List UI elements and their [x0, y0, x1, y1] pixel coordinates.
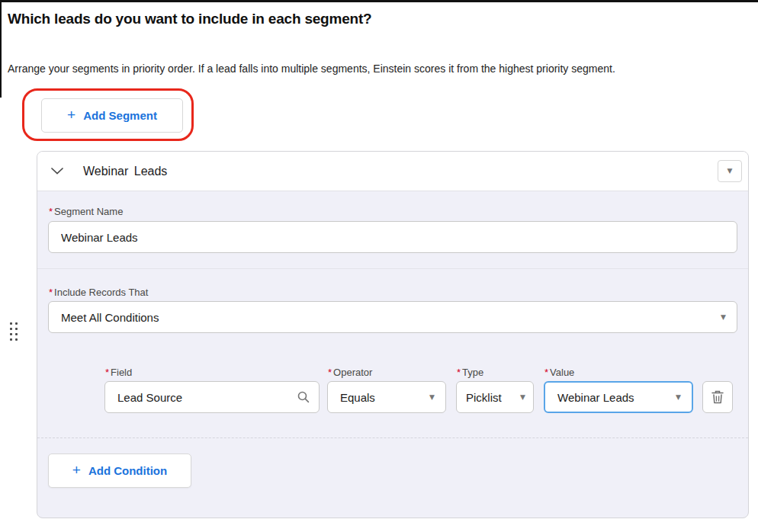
add-segment-button[interactable]: + Add Segment	[41, 98, 183, 133]
plus-icon: +	[72, 463, 81, 477]
trash-icon	[711, 390, 724, 404]
condition-operator-label: *Operator	[328, 367, 372, 378]
condition-divider	[37, 437, 748, 438]
condition-type-value: Picklist	[466, 391, 502, 404]
segment-name-label: *Segment Name	[49, 206, 123, 217]
include-records-label: *Include Records That	[49, 287, 148, 298]
page-subtitle: Arrange your segments in priority order.…	[8, 62, 615, 75]
required-marker: *	[544, 367, 548, 378]
frame-border-top	[0, 0, 758, 2]
include-records-select[interactable]: Meet All Conditions ▼	[48, 301, 737, 333]
chevron-down-icon[interactable]	[51, 168, 63, 175]
required-marker: *	[49, 206, 53, 217]
add-segment-label: Add Segment	[83, 109, 157, 122]
page-title: Which leads do you want to include in ea…	[8, 11, 372, 27]
dropdown-arrow-icon: ▼	[676, 394, 681, 401]
condition-value-select[interactable]: Webinar Leads ▼	[544, 381, 693, 413]
segment-header[interactable]: Webinar Leads ▼	[37, 152, 748, 191]
add-condition-button[interactable]: + Add Condition	[48, 453, 191, 488]
condition-field-value: Lead Source	[117, 391, 182, 404]
condition-operator-select[interactable]: Equals ▼	[327, 381, 446, 413]
dropdown-arrow-icon: ▼	[429, 394, 435, 401]
required-marker: *	[328, 367, 332, 378]
required-marker: *	[105, 367, 109, 378]
segment-name-input[interactable]	[48, 221, 737, 253]
include-records-value: Meet All Conditions	[61, 311, 159, 324]
required-marker: *	[49, 287, 53, 298]
add-condition-label: Add Condition	[88, 464, 167, 477]
delete-condition-button[interactable]	[702, 381, 733, 413]
segment-card: Webinar Leads ▼ *Segment Name *Include R…	[37, 151, 749, 518]
condition-field-label: *Field	[105, 367, 132, 378]
dropdown-arrow-icon: ▼	[520, 394, 525, 401]
condition-value-label: *Value	[544, 367, 574, 378]
condition-operator-value: Equals	[340, 391, 375, 404]
segment-menu-button[interactable]: ▼	[718, 160, 742, 182]
dropdown-arrow-icon: ▼	[721, 314, 726, 321]
section-divider	[37, 268, 748, 269]
drag-handle[interactable]	[10, 322, 18, 341]
condition-type-select[interactable]: Picklist ▼	[456, 381, 534, 413]
required-marker: *	[457, 367, 461, 378]
search-icon[interactable]	[297, 391, 310, 403]
condition-type-label: *Type	[457, 367, 483, 378]
plus-icon: +	[67, 107, 75, 122]
dropdown-arrow-icon: ▼	[727, 168, 733, 175]
frame-border-left	[0, 0, 2, 98]
page: Which leads do you want to include in ea…	[0, 0, 758, 532]
condition-value-value: Webinar Leads	[557, 391, 634, 404]
segment-title: Webinar Leads	[83, 165, 167, 178]
condition-field-input[interactable]: Lead Source	[104, 381, 320, 413]
